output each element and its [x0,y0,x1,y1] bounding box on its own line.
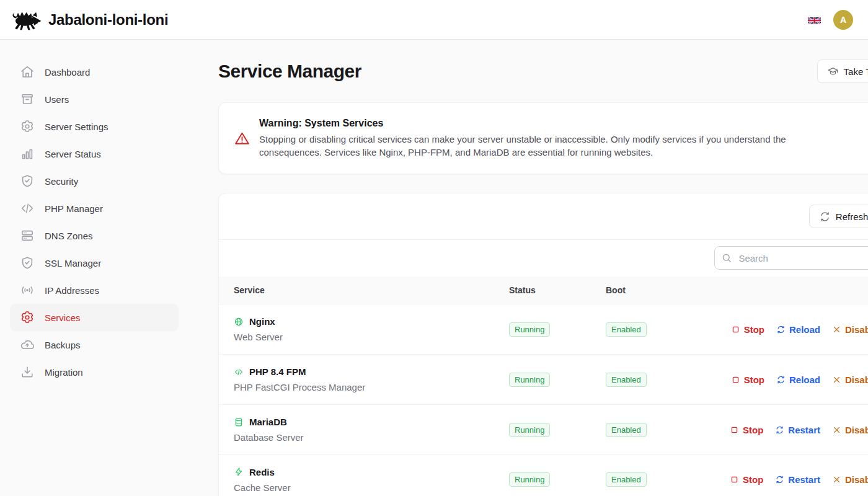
shield-check-icon [20,255,35,270]
table-row: PHP 8.4 FPM PHP FastCGI Process Manager … [219,354,868,404]
stop-action-button[interactable]: Stop [731,374,764,385]
shield-check-icon [20,174,35,188]
row-actions: StopRestartDisable [730,474,868,485]
reload-action-button[interactable]: Reload [776,374,820,385]
services-card: Refresh Service Status Boot [218,193,868,496]
sidebar-item-security[interactable]: Security [10,167,179,195]
sidebar-item-users[interactable]: Users [10,86,179,113]
column-service: Service [234,285,509,295]
disable-icon [832,375,841,384]
sidebar-item-label: Migration [45,367,83,378]
sidebar-item-dns-zones[interactable]: DNS Zones [10,222,179,249]
code-icon [234,367,244,377]
search-icon [721,252,732,264]
sidebar-item-migration[interactable]: Migration [10,358,179,386]
globe-icon [234,317,244,327]
sidebar-item-label: Server Settings [45,122,108,132]
sidebar: Dashboard Users Server Settings Server S… [0,40,188,496]
disable-icon [832,425,841,435]
reload-icon [776,325,786,334]
action-label: Disable [845,425,868,435]
warning-body: Stopping or disabling critical services … [259,133,791,159]
table-header: Service Status Boot [219,277,868,304]
sidebar-item-label: Security [45,176,78,187]
download-tray-icon [20,365,35,379]
boot-badge: Enabled [606,322,647,337]
sidebar-item-ssl-manager[interactable]: SSL Manager [10,249,179,277]
column-status: Status [509,285,606,295]
chart-bar-icon [20,146,35,161]
stop-action-button[interactable]: Stop [730,474,763,485]
warning-triangle-icon [234,130,250,147]
status-badge: Running [509,423,550,437]
sidebar-item-label: PHP Manager [45,203,103,214]
avatar[interactable]: A [833,10,853,30]
service-description: Cache Server [234,482,509,493]
service-description: Database Server [234,432,509,443]
sidebar-item-backups[interactable]: Backups [10,331,179,358]
disable-action-button[interactable]: Disable [832,474,868,485]
service-description: Web Server [234,332,509,342]
sidebar-item-php-manager[interactable]: PHP Manager [10,195,179,222]
stop-icon [731,325,740,334]
reload-action-button[interactable]: Reload [776,324,820,335]
row-actions: StopReloadDisable [730,324,868,335]
server-stack-icon [20,228,35,243]
action-label: Restart [788,425,820,435]
action-label: Disable [845,374,868,385]
home-icon [20,64,35,79]
status-badge: Running [509,373,550,387]
stop-action-button[interactable]: Stop [731,324,764,335]
take-tour-label: Take Tour [844,66,868,77]
take-tour-button[interactable]: Take Tour [817,60,868,83]
service-name: Nginx [249,316,275,327]
graduation-cap-icon [827,66,839,78]
action-label: Reload [789,374,820,385]
reload-icon [776,375,786,384]
sidebar-item-label: Services [45,312,81,323]
restart-action-button[interactable]: Restart [775,425,820,435]
column-boot: Boot [606,285,730,295]
disable-icon [832,325,841,334]
disable-icon [832,475,841,484]
database-icon [234,417,244,427]
sidebar-item-ip-addresses[interactable]: IP Addresses [10,277,179,304]
sidebar-item-server-status[interactable]: Server Status [10,140,179,167]
restart-action-button[interactable]: Restart [775,474,820,485]
boar-logo [10,7,42,32]
language-selector[interactable] [808,15,821,24]
row-actions: StopReloadDisable [730,374,868,385]
action-label: Stop [744,374,764,385]
disable-action-button[interactable]: Disable [832,425,868,435]
sidebar-item-services[interactable]: Services [10,304,179,331]
boot-badge: Enabled [606,373,647,387]
stop-action-button[interactable]: Stop [730,425,763,435]
code-icon [20,201,35,216]
uk-flag-icon [808,17,821,24]
warning-title: Warning: System Services [259,118,791,129]
signal-icon [20,283,35,298]
table-body: Nginx Web Server Running Enabled StopRel… [219,304,868,496]
restart-icon [775,425,784,435]
disable-action-button[interactable]: Disable [832,324,868,335]
sidebar-item-label: SSL Manager [45,258,101,268]
service-name: MariaDB [249,417,287,427]
sidebar-item-label: Users [45,94,69,105]
disable-action-button[interactable]: Disable [832,374,868,385]
gear-icon [20,119,35,134]
action-label: Stop [743,425,763,435]
sidebar-item-dashboard[interactable]: Dashboard [10,58,179,86]
stop-icon [731,375,740,384]
stop-icon [730,475,739,484]
search-input[interactable] [714,246,868,270]
refresh-label: Refresh [836,211,868,222]
archive-box-icon [20,92,35,107]
boot-badge: Enabled [606,423,647,437]
top-navbar: Jabaloni-loni-loni A [0,0,868,40]
action-label: Reload [789,324,820,335]
sidebar-item-server-settings[interactable]: Server Settings [10,113,179,140]
row-actions: StopRestartDisable [730,425,868,435]
table-row: MariaDB Database Server Running Enabled … [219,404,868,454]
refresh-button[interactable]: Refresh [809,205,868,228]
sidebar-item-label: Server Status [45,149,101,159]
